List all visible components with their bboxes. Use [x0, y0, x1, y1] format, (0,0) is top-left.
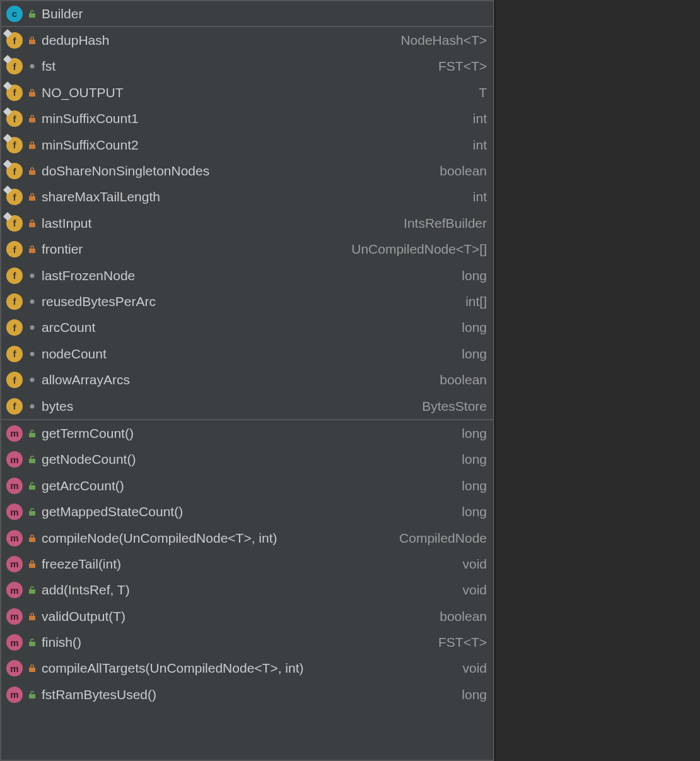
fields-type: boolean — [440, 163, 487, 179]
fields-row[interactable]: lastInputIntsRefBuilder — [1, 210, 493, 236]
methods-name: compileNode(UnCompiledNode<T>, int) — [42, 531, 394, 546]
fields-row[interactable]: shareMaxTailLengthint — [1, 184, 493, 210]
svg-point-5 — [30, 378, 35, 382]
field-icon — [6, 215, 23, 232]
methods-row[interactable]: getArcCount()long — [1, 473, 493, 498]
visibility-icon — [28, 428, 37, 439]
methods-name: finish() — [42, 635, 433, 650]
methods-row[interactable]: compileNode(UnCompiledNode<T>, int)Compi… — [1, 525, 493, 551]
pin-icon — [3, 55, 12, 64]
fields-type: UnCompiledNode<T>[] — [351, 242, 487, 257]
fields-row[interactable]: fstFST<T> — [1, 54, 493, 80]
methods-type: long — [462, 504, 487, 519]
visibility-icon — [28, 506, 37, 517]
fields-name: nodeCount — [42, 346, 457, 362]
methods-row[interactable]: validOutput(T)boolean — [1, 603, 493, 629]
methods-type: void — [462, 557, 487, 572]
fields-row[interactable]: reusedBytesPerArcint[] — [1, 288, 493, 314]
method-icon — [6, 608, 23, 625]
methods-row[interactable]: getNodeCount()long — [1, 447, 493, 473]
fields-name: lastFrozenNode — [42, 268, 457, 283]
fields-type: NodeHash<T> — [400, 33, 487, 48]
field-icon — [6, 189, 23, 205]
method-icon — [6, 582, 23, 598]
methods-name: getNodeCount() — [42, 452, 457, 467]
fields-name: allowArrayArcs — [42, 372, 435, 387]
methods-type: CompiledNode — [399, 531, 487, 546]
visibility-icon — [28, 480, 37, 492]
fields-name: lastInput — [42, 216, 399, 231]
methods-name: getMappedStateCount() — [42, 504, 457, 519]
fields-name: bytes — [42, 399, 417, 414]
fields-name: minSuffixCount2 — [42, 138, 468, 153]
fields-type: IntsRefBuilder — [404, 216, 487, 231]
methods-row[interactable]: getTermCount()long — [1, 420, 493, 446]
visibility-icon — [28, 533, 37, 544]
fields-row[interactable]: minSuffixCount1int — [1, 106, 493, 132]
svg-point-2 — [30, 299, 35, 304]
fields-row[interactable]: bytesBytesStore — [1, 393, 493, 419]
class-header-row[interactable]: Builder — [1, 1, 493, 27]
visibility-icon — [28, 296, 37, 307]
fields-name: fst — [42, 59, 433, 74]
field-icon — [6, 85, 23, 101]
fields-name: shareMaxTailLength — [42, 189, 468, 204]
methods-row[interactable]: compileAllTargets(UnCompiledNode<T>, int… — [1, 656, 493, 681]
visibility-icon — [28, 348, 37, 360]
visibility-icon — [28, 113, 37, 124]
visibility-icon — [28, 454, 37, 465]
visibility-icon — [28, 218, 37, 229]
methods-row[interactable]: finish()FST<T> — [1, 629, 493, 655]
methods-type: void — [462, 582, 487, 598]
method-icon — [6, 504, 23, 520]
fields-name: arcCount — [42, 320, 457, 335]
fields-row[interactable]: arcCountlong — [1, 315, 493, 341]
method-icon — [6, 530, 23, 546]
field-icon — [6, 293, 23, 310]
visibility-icon — [28, 558, 37, 570]
visibility-icon — [28, 270, 37, 281]
fields-row[interactable]: NO_OUTPUTT — [1, 80, 493, 105]
field-icon — [6, 346, 23, 362]
method-icon — [6, 687, 23, 703]
fields-row[interactable]: lastFrozenNodelong — [1, 263, 493, 288]
fields-type: int — [473, 189, 487, 204]
methods-name: compileAllTargets(UnCompiledNode<T>, int… — [42, 661, 457, 676]
methods-name: validOutput(T) — [42, 609, 435, 624]
fields-row[interactable]: dedupHashNodeHash<T> — [1, 27, 493, 53]
fields-row[interactable]: doShareNonSingletonNodesboolean — [1, 158, 493, 184]
methods-row[interactable]: getMappedStateCount()long — [1, 498, 493, 524]
methods-row[interactable]: fstRamBytesUsed()long — [1, 681, 493, 707]
fields-row[interactable]: allowArrayArcsboolean — [1, 367, 493, 392]
structure-panel: Builder dedupHashNodeHash<T>fstFST<T>NO_… — [0, 0, 494, 761]
field-icon — [6, 268, 23, 284]
field-icon — [6, 32, 23, 49]
visibility-icon — [28, 87, 37, 98]
fields-row[interactable]: minSuffixCount2int — [1, 132, 493, 158]
pin-icon — [3, 107, 12, 116]
field-icon — [6, 241, 23, 257]
methods-row[interactable]: add(IntsRef, T)void — [1, 577, 493, 603]
methods-type: long — [462, 687, 487, 702]
svg-point-1 — [30, 273, 35, 278]
methods-row[interactable]: freezeTail(int)void — [1, 551, 493, 577]
methods-type: long — [462, 452, 487, 467]
fields-row[interactable]: frontierUnCompiledNode<T>[] — [1, 237, 493, 263]
fields-name: reusedBytesPerArc — [42, 294, 460, 309]
fields-name: minSuffixCount1 — [42, 111, 468, 126]
pin-icon — [3, 29, 12, 38]
fields-row[interactable]: nodeCountlong — [1, 341, 493, 367]
field-icon — [6, 398, 23, 415]
methods-type: void — [462, 661, 487, 676]
fields-name: dedupHash — [42, 33, 395, 48]
visibility-icon — [28, 584, 37, 596]
visibility-icon — [28, 244, 37, 255]
fields-type: boolean — [440, 372, 487, 387]
methods-type: FST<T> — [438, 635, 487, 650]
method-icon — [6, 556, 23, 572]
methods-name: freezeTail(int) — [42, 557, 457, 572]
methods-name: add(IntsRef, T) — [42, 582, 457, 598]
field-icon — [6, 319, 23, 336]
pin-icon — [3, 81, 12, 90]
field-icon — [6, 58, 23, 74]
